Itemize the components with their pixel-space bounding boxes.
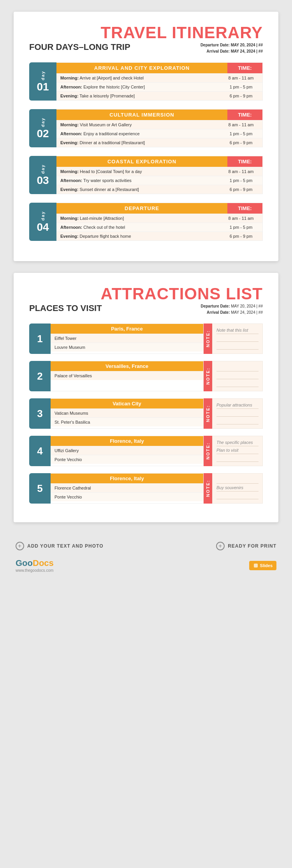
day-row-04-0: Morning: Last-minute [Attraction] 8 am -… (56, 214, 262, 223)
attraction-note-section-4: Note: The specific places Plan to visit (204, 436, 263, 466)
attraction-item-5-1: Ponte Vecchio (51, 492, 203, 501)
day-num-04: 04 (37, 222, 49, 233)
day-row-label-04-2: Evening: Departure flight back home (60, 234, 223, 239)
day-header-02: CULTURAL IMMERSION TIME: (56, 110, 262, 120)
attraction-num-2: 2 (29, 361, 51, 391)
day-num-01: 01 (37, 81, 49, 92)
day-header-04: DEPARTURE TIME: (56, 203, 262, 214)
attraction-city-2: Versailles, France (51, 361, 203, 371)
note-content-3: Popular attractions (212, 398, 263, 429)
attraction-block-2: 2 Versailles, France Palace of Versaille… (29, 361, 263, 391)
day-row-label-01-1: Afternoon: Explore the historic [City Ce… (60, 85, 223, 89)
attractions-page: ATTRACTIONS LIST PLACES TO VISIT Departu… (14, 273, 278, 522)
att-arrival-label: Arrival Date: (207, 310, 230, 315)
day-time-header-01: TIME: (227, 63, 262, 73)
day-row-time-03-0: 8 am - 11 am (223, 169, 259, 174)
slides-icon (253, 563, 259, 568)
day-row-label-02-2: Evening: Dinner at a traditional [Restau… (60, 140, 223, 145)
day-03-block: day 03 COASTAL EXPLORATION TIME: Morning… (29, 156, 263, 194)
goodocs-brand: GooDocs (16, 558, 54, 568)
day-blocks: day 01 ARRIVAL AND CITY EXPLORATION TIME… (29, 62, 263, 241)
attraction-note-section-1: Note: Note that this list (204, 324, 263, 354)
note-label-bar-5: Note: (204, 473, 212, 504)
attraction-block-1: 1 Paris, France Eiffel Tower Louvre Muse… (29, 324, 263, 354)
day-num-03: 03 (37, 175, 49, 186)
note-line-4-1: Plan to visit (216, 447, 259, 454)
day-row-01-1: Afternoon: Explore the historic [City Ce… (56, 82, 262, 91)
attraction-block-5: 5 Florence, Italy Florence Cathedral Pon… (29, 473, 263, 504)
day-badge-04: day 04 (29, 203, 56, 241)
itinerary-page: TRAVEL ITINERARY FOUR DAYS–LONG TRIP Dep… (14, 12, 278, 261)
note-line-5-1: Buy souvenirs (216, 484, 259, 491)
day-row-time-02-0: 8 am - 11 am (223, 122, 259, 127)
attraction-note-section-3: Note: Popular attractions (204, 398, 263, 429)
note-line-3-1 (216, 410, 259, 417)
attraction-item-4-1: Ponte Vecchio (51, 455, 203, 464)
add-text-action[interactable]: + ADD YOUR TEXT AND PHOTO (16, 542, 103, 550)
att-arrival-date: MAY 24, 2024 | ## (231, 310, 263, 315)
note-line-2-0 (216, 364, 259, 371)
brand-docs: Docs (33, 558, 54, 568)
attraction-item-4-0: Uffizi Gallery (51, 446, 203, 455)
attraction-item-1-0: Eiffel Tower (51, 334, 203, 343)
attraction-block-3: 3 Vatican City Vatican Museums St. Peter… (29, 398, 263, 429)
day-title-03: COASTAL EXPLORATION (56, 156, 227, 167)
note-content-1: Note that this list (212, 324, 263, 354)
day-row-time-04-1: 1 pm - 5 pm (223, 225, 259, 230)
day-row-time-03-2: 6 pm - 9 pm (223, 187, 259, 192)
day-word-02: day (40, 117, 45, 127)
attraction-num-3: 3 (29, 398, 51, 429)
note-label-bar-3: Note: (204, 398, 212, 429)
print-action[interactable]: + READY FOR PRINT (216, 542, 276, 550)
arrival-label: Arrival Date: (206, 49, 229, 53)
day-row-label-03-1: Afternoon: Try water sports activities (60, 178, 223, 183)
day-row-01-0: Morning: Arrive at [Airport] and check H… (56, 73, 262, 82)
day-badge-01: day 01 (29, 62, 56, 101)
day-row-label-01-2: Evening: Take a leisurely [Promenade] (60, 94, 223, 98)
footer: + ADD YOUR TEXT AND PHOTO + READY FOR PR… (0, 534, 292, 558)
brand-goo: Goo (16, 558, 33, 568)
note-line-2-1 (216, 372, 259, 379)
print-label: READY FOR PRINT (228, 543, 276, 549)
attraction-item-1-1: Louvre Museum (51, 343, 203, 352)
day-time-header-03: TIME: (227, 156, 262, 167)
day-row-04-1: Afternoon: Check out of the hotel 1 pm -… (56, 223, 262, 232)
itinerary-subtitle: FOUR DAYS–LONG TRIP (29, 42, 130, 52)
attraction-item-3-0: Vatican Museums (51, 408, 203, 417)
attraction-blocks: 1 Paris, France Eiffel Tower Louvre Muse… (29, 324, 263, 504)
add-icon: + (16, 542, 24, 550)
day-row-time-01-0: 8 am - 11 am (223, 76, 259, 80)
day-row-time-01-1: 1 pm - 5 pm (223, 85, 259, 89)
arrival-date: MAY 24, 2024 | ## (231, 49, 263, 53)
attraction-num-5: 5 (29, 473, 51, 504)
slides-label: Slides (260, 563, 273, 568)
note-content-4: The specific places Plan to visit (212, 436, 263, 466)
print-icon: + (216, 542, 225, 550)
day-content-04: DEPARTURE TIME: Morning: Last-minute [At… (56, 203, 263, 241)
itinerary-title: TRAVEL ITINERARY (29, 23, 263, 42)
note-label-bar-2: Note: (204, 361, 212, 391)
note-label-bar-1: Note: (204, 324, 212, 354)
day-content-02: CULTURAL IMMERSION TIME: Morning: Visit … (56, 109, 263, 147)
attractions-subtitle: PLACES TO VISIT (29, 303, 102, 313)
day-row-time-04-2: 6 pm - 9 pm (223, 234, 259, 239)
attraction-note-section-2: Note: (204, 361, 263, 391)
day-content-03: COASTAL EXPLORATION TIME: Morning: Head … (56, 156, 263, 194)
day-row-03-2: Evening: Sunset dinner at a [Restaurant]… (56, 185, 262, 194)
goodocs-logo: GooDocs www.thegoodocs.com (16, 558, 54, 573)
day-01-block: day 01 ARRIVAL AND CITY EXPLORATION TIME… (29, 62, 263, 101)
day-row-03-1: Afternoon: Try water sports activities 1… (56, 176, 262, 185)
day-header-03: COASTAL EXPLORATION TIME: (56, 156, 262, 167)
day-badge-03: day 03 (29, 156, 56, 194)
note-content-5: Buy souvenirs (212, 473, 263, 504)
itinerary-dates: Departure Date: MAY 20, 2024 | ## Arriva… (201, 42, 263, 55)
attraction-city-5: Florence, Italy (51, 474, 203, 483)
day-title-01: ARRIVAL AND CITY EXPLORATION (56, 63, 227, 73)
brand-url: www.thegoodocs.com (16, 568, 53, 573)
footer-brand-row: GooDocs www.thegoodocs.com Slides (0, 558, 292, 580)
attraction-item-3-1: St. Peter's Basilica (51, 417, 203, 426)
add-text-label: ADD YOUR TEXT AND PHOTO (27, 543, 103, 549)
slides-badge: Slides (249, 561, 276, 570)
day-word-03: day (40, 164, 45, 174)
day-word-01: day (40, 71, 45, 80)
